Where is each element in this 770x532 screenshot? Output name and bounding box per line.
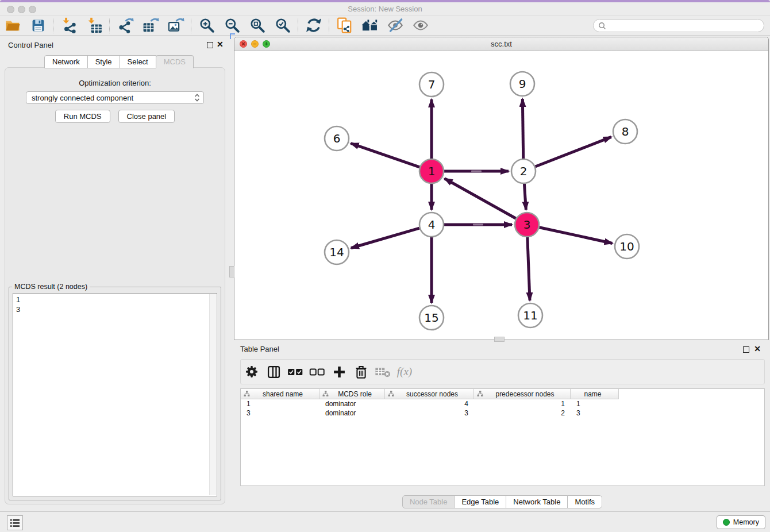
graph-node-15[interactable]: 15 [419,306,444,330]
graph-node-4[interactable]: 4 [419,213,444,237]
table-tab-network-table[interactable]: Network Table [506,495,568,508]
column-header-predecessor-nodes[interactable]: predecessor nodes [474,389,571,399]
delete-column-icon [355,365,368,379]
graph-node-6[interactable]: 6 [325,126,349,151]
clone-network-button[interactable] [332,16,357,34]
refresh-button[interactable] [301,16,326,34]
table-row[interactable]: 1dominator411 [241,399,764,408]
column-type-icon [388,391,394,397]
optimization-dropdown[interactable]: strongly connected component [26,91,204,104]
settings-gear-button[interactable] [241,361,263,382]
zoom-in-button[interactable] [194,16,220,34]
export-image-button[interactable] [163,16,188,34]
graph-node-14[interactable]: 14 [325,240,349,264]
first-neighbors-button[interactable] [357,16,383,34]
graph-node-7[interactable]: 7 [419,72,444,97]
table-close-icon[interactable]: ✕ [754,345,761,353]
network-window-titlebar[interactable]: ✕ − + scc.txt [234,37,768,51]
edge-3-10[interactable] [539,228,612,244]
first-neighbors-icon [361,18,379,33]
select-all-boxes-button[interactable] [284,361,306,382]
edge-3-1[interactable] [445,179,516,219]
zoom-fit-button[interactable] [245,16,270,34]
memory-status-dot [723,519,730,526]
import-network-button[interactable] [56,16,82,34]
add-column-button[interactable] [328,361,350,382]
float-panel-icon[interactable] [207,42,213,48]
toolbar-separator [298,18,299,33]
control-tab-mcds[interactable]: MCDS [156,55,194,68]
edge-4-14[interactable] [351,228,419,248]
horizontal-splitter-handle[interactable] [494,337,505,342]
result-scrollbar[interactable] [209,294,216,495]
table-cell: dominator [319,400,385,408]
unselect-all-boxes-button[interactable] [306,361,328,382]
export-table-button[interactable] [138,16,163,34]
edge-2-9[interactable] [522,99,523,159]
export-network-button[interactable] [113,16,138,34]
edge-3-11[interactable] [528,237,530,300]
zoom-out-button[interactable] [220,16,245,34]
graph-node-10[interactable]: 10 [615,234,639,259]
column-header-name[interactable]: name [571,389,619,399]
delete-column-button[interactable] [350,361,372,382]
graph-node-11[interactable]: 11 [518,303,542,327]
edge-2-3[interactable] [524,184,526,210]
edge-label [473,224,483,226]
column-header-MCDS-role[interactable]: MCDS role [319,389,385,399]
mcds-result-list[interactable]: 13 [13,293,217,496]
memory-button[interactable]: Memory [717,515,765,529]
column-header-shared-name[interactable]: shared name [241,389,319,399]
show-panels-icon [412,18,429,33]
table-panel: Table Panel ✕ f(x) shared nameMCDS roles… [234,342,770,511]
node-table: shared nameMCDS rolesuccessor nodesprede… [240,388,765,486]
table-tab-edge-table[interactable]: Edge Table [454,495,506,508]
table-float-icon[interactable] [743,346,749,353]
close-panel-button[interactable]: Close panel [118,110,175,123]
mcds-panel: Optimization criterion: strongly connect… [5,67,225,504]
table-toolbar: f(x) [240,359,765,384]
table-row[interactable]: 3dominator323 [241,408,764,418]
window-title: Session: New Session [0,5,770,13]
export-network-icon [117,17,134,33]
svg-text:9: 9 [519,77,526,91]
run-mcds-button[interactable]: Run MCDS [55,110,110,123]
graph-node-8[interactable]: 8 [613,119,637,144]
table-tab-node-table[interactable]: Node Table [402,495,455,508]
svg-text:3: 3 [523,218,531,232]
hide-panels-button[interactable] [383,16,408,34]
vertical-splitter-handle[interactable] [229,266,234,277]
search-input[interactable] [593,19,764,32]
open-session-button[interactable] [0,16,25,34]
graph-node-3[interactable]: 3 [515,213,539,237]
edge-2-8[interactable] [535,137,611,167]
close-panel-icon[interactable]: ✕ [217,40,224,48]
column-header-successor-nodes[interactable]: successor nodes [385,389,474,399]
control-tab-network[interactable]: Network [44,55,88,68]
import-table-button[interactable] [82,16,107,34]
table-tab-motifs[interactable]: Motifs [567,495,602,508]
destroy-table-button [372,361,394,382]
task-history-button[interactable] [7,515,23,530]
titlebar[interactable]: Session: New Session [0,2,770,16]
svg-text:2: 2 [520,164,528,178]
save-session-button[interactable] [25,16,51,34]
column-type-icon [244,391,250,397]
graph-node-2[interactable]: 2 [511,159,536,183]
add-column-icon [333,365,346,379]
export-table-icon [143,17,159,33]
graph-node-9[interactable]: 9 [510,72,534,96]
column-preferences-icon [267,365,280,379]
control-tab-select[interactable]: Select [120,55,156,68]
column-preferences-button[interactable] [263,361,284,382]
optimization-label: Optimization criterion: [5,79,225,87]
import-table-icon [86,17,102,33]
show-panels-button[interactable] [408,16,433,34]
zoom-selected-button[interactable] [270,16,295,34]
graph-node-1[interactable]: 1 [419,159,444,183]
zoom-selected-icon [275,17,291,33]
control-panel-title: Control Panel [8,41,53,49]
control-tab-style[interactable]: Style [87,55,120,68]
network-graph-canvas[interactable]: 7968124314101511 [234,51,767,338]
edge-1-6[interactable] [351,143,420,167]
